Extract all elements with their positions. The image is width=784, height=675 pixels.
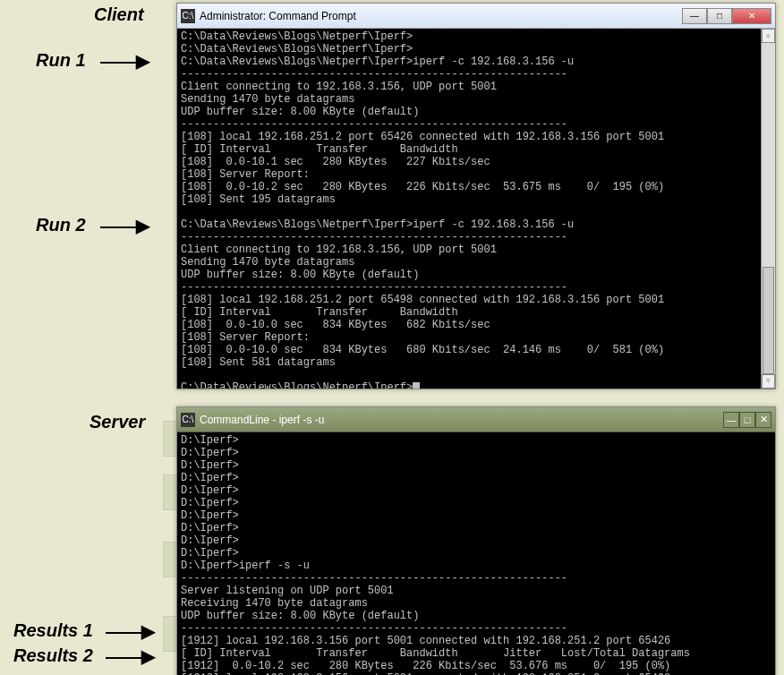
server-window-controls: — □ ✕ xyxy=(723,412,771,428)
server-window: C:\ CommandLine - iperf -s -u — □ ✕ D:\I… xyxy=(176,406,776,675)
server-titlebar[interactable]: C:\ CommandLine - iperf -s -u — □ ✕ xyxy=(177,407,775,432)
run2-label: Run 2 xyxy=(36,215,86,235)
client-terminal-text: C:\Data\Reviews\Blogs\Netperf\Iperf> C:\… xyxy=(181,30,664,389)
minimize-button[interactable]: — xyxy=(682,8,707,24)
client-terminal[interactable]: C:\Data\Reviews\Blogs\Netperf\Iperf> C:\… xyxy=(177,29,775,389)
server-window-title: CommandLine - iperf -s -u xyxy=(200,414,723,426)
client-titlebar[interactable]: C:\ Administrator: Command Prompt — □ ✕ xyxy=(177,4,775,29)
server-terminal[interactable]: D:\Iperf> D:\Iperf> D:\Iperf> D:\Iperf> … xyxy=(177,432,775,675)
results1-arrow: ——▶ xyxy=(106,620,155,642)
results2-arrow: ——▶ xyxy=(106,645,155,667)
client-label: Client xyxy=(94,4,144,25)
server-terminal-text: D:\Iperf> D:\Iperf> D:\Iperf> D:\Iperf> … xyxy=(181,434,690,675)
maximize-button[interactable]: □ xyxy=(739,412,755,428)
results2-label: Results 2 xyxy=(13,645,93,666)
close-button[interactable]: ✕ xyxy=(755,412,771,428)
client-window-controls: — □ ✕ xyxy=(682,8,771,24)
client-window-title: Administrator: Command Prompt xyxy=(200,10,682,22)
results1-label: Results 1 xyxy=(13,620,93,641)
cmd-icon: C:\ xyxy=(181,9,195,23)
scroll-down-button[interactable]: ▼ xyxy=(762,374,775,389)
scroll-thumb[interactable] xyxy=(763,267,774,374)
close-button[interactable]: ✕ xyxy=(732,8,771,24)
client-window: C:\ Administrator: Command Prompt — □ ✕ … xyxy=(176,3,776,389)
client-scrollbar[interactable]: ▲ ▼ xyxy=(761,29,775,389)
maximize-button[interactable]: □ xyxy=(707,8,732,24)
cmd-icon: C:\ xyxy=(181,413,195,427)
server-label: Server xyxy=(89,412,145,432)
run2-arrow: ——▶ xyxy=(100,215,149,236)
run1-arrow: ——▶ xyxy=(100,50,149,72)
scroll-up-button[interactable]: ▲ xyxy=(762,29,775,43)
scroll-track[interactable] xyxy=(762,43,775,374)
minimize-button[interactable]: — xyxy=(723,412,739,428)
run1-label: Run 1 xyxy=(36,50,86,71)
cursor-icon xyxy=(413,382,420,389)
